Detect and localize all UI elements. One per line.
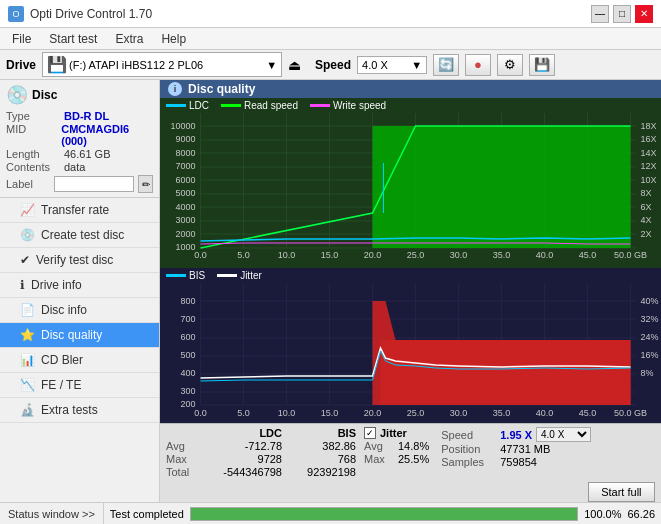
verify-test-disc-label: Verify test disc — [36, 253, 113, 267]
legend-ldc: LDC — [166, 100, 209, 111]
jitter-checkbox[interactable]: ✓ — [364, 427, 376, 439]
save-button[interactable]: 💾 — [529, 54, 555, 76]
quality-button[interactable]: ● — [465, 54, 491, 76]
drive-disk-icon: 💾 — [47, 55, 67, 74]
svg-text:10.0: 10.0 — [278, 250, 296, 260]
ldc-avg: -712.78 — [210, 440, 282, 452]
svg-text:800: 800 — [180, 296, 195, 306]
minimize-button[interactable]: — — [591, 5, 609, 23]
contents-key: Contents — [6, 161, 62, 173]
app-icon: O — [8, 6, 24, 22]
chart2-svg: 800 700 600 500 400 300 200 40% 32% 24% … — [160, 283, 661, 421]
svg-text:30.0: 30.0 — [450, 408, 468, 418]
type-key: Type — [6, 110, 62, 122]
menu-help[interactable]: Help — [153, 30, 194, 48]
sidebar-item-extra-tests[interactable]: 🔬 Extra tests — [0, 398, 159, 423]
svg-text:30.0: 30.0 — [450, 250, 468, 260]
drivebar: Drive 💾 (F:) ATAPI iHBS112 2 PL06 ▼ ⏏ Sp… — [0, 50, 661, 80]
bis-avg: 382.86 — [284, 440, 356, 452]
svg-text:25.0: 25.0 — [407, 408, 425, 418]
jitter-max-val: 25.5% — [398, 453, 429, 465]
disc-info-icon: 📄 — [20, 303, 35, 317]
label-key: Label — [6, 178, 50, 190]
drive-info-label: Drive info — [31, 278, 82, 292]
menubar: File Start test Extra Help — [0, 28, 661, 50]
svg-text:400: 400 — [180, 368, 195, 378]
ldc-col-header: LDC — [210, 427, 282, 439]
svg-text:15.0: 15.0 — [321, 408, 339, 418]
speed-stat-selector[interactable]: 4.0 X 2.0 X 8.0 X — [536, 427, 591, 442]
sidebar-item-cd-bler[interactable]: 📊 CD Bler — [0, 348, 159, 373]
svg-text:8X: 8X — [641, 188, 652, 198]
svg-text:10.0: 10.0 — [278, 408, 296, 418]
svg-text:32%: 32% — [641, 314, 659, 324]
jitter-label: Jitter — [380, 427, 407, 439]
menu-start-test[interactable]: Start test — [41, 30, 105, 48]
samples-val: 759854 — [500, 456, 537, 468]
svg-text:20.0: 20.0 — [364, 408, 382, 418]
svg-text:40.0: 40.0 — [536, 408, 554, 418]
svg-text:24%: 24% — [641, 332, 659, 342]
maximize-button[interactable]: □ — [613, 5, 631, 23]
speed-stat-val: 1.95 X — [500, 429, 532, 441]
label-row: Label ✏ — [6, 175, 153, 193]
svg-text:35.0: 35.0 — [493, 250, 511, 260]
sidebar-item-verify-test-disc[interactable]: ✔ Verify test disc — [0, 248, 159, 273]
sidebar-item-disc-quality[interactable]: ⭐ Disc quality — [0, 323, 159, 348]
sidebar-item-disc-info[interactable]: 📄 Disc info — [0, 298, 159, 323]
stats-area: LDC BIS Avg -712.78 382.86 Max 9728 768 — [160, 423, 661, 502]
settings-button[interactable]: ⚙ — [497, 54, 523, 76]
progress-bar — [190, 507, 578, 521]
refresh-button[interactable]: 🔄 — [433, 54, 459, 76]
menu-file[interactable]: File — [4, 30, 39, 48]
create-test-disc-label: Create test disc — [41, 228, 124, 242]
legend-bis-label: BIS — [189, 270, 205, 281]
svg-text:5.0: 5.0 — [237, 408, 250, 418]
svg-text:14X: 14X — [641, 148, 657, 158]
sidebar-item-fe-te[interactable]: 📉 FE / TE — [0, 373, 159, 398]
drive-label: Drive — [6, 58, 36, 72]
label-edit-button[interactable]: ✏ — [138, 175, 153, 193]
jitter-max-label: Max — [364, 453, 394, 465]
verify-test-disc-icon: ✔ — [20, 253, 30, 267]
drive-dropdown-icon: ▼ — [266, 59, 277, 71]
svg-text:1000: 1000 — [175, 242, 195, 252]
svg-text:16X: 16X — [641, 134, 657, 144]
status-extra-val: 66.26 — [627, 508, 655, 520]
svg-text:15.0: 15.0 — [321, 250, 339, 260]
svg-text:8000: 8000 — [175, 148, 195, 158]
speed-selector[interactable]: 4.0 X ▼ — [357, 56, 427, 74]
status-window-button[interactable]: Status window >> — [0, 503, 104, 524]
svg-text:6X: 6X — [641, 202, 652, 212]
sidebar-item-transfer-rate[interactable]: 📈 Transfer rate — [0, 198, 159, 223]
svg-text:9000: 9000 — [175, 134, 195, 144]
jitter-avg-val: 14.8% — [398, 440, 429, 452]
svg-text:0.0: 0.0 — [194, 250, 207, 260]
right-panel: i Disc quality LDC Read speed — [160, 80, 661, 502]
svg-text:0.0: 0.0 — [194, 408, 207, 418]
svg-text:4000: 4000 — [175, 202, 195, 212]
speed-label: Speed — [315, 58, 351, 72]
close-button[interactable]: ✕ — [635, 5, 653, 23]
bis-col-header: BIS — [284, 427, 356, 439]
legend-jitter-label: Jitter — [240, 270, 262, 281]
svg-text:5.0: 5.0 — [237, 250, 250, 260]
bis-max: 768 — [284, 453, 356, 465]
start-full-button[interactable]: Start full — [588, 482, 655, 502]
svg-text:20.0: 20.0 — [364, 250, 382, 260]
label-input[interactable] — [54, 176, 134, 192]
svg-text:35.0: 35.0 — [493, 408, 511, 418]
menu-extra[interactable]: Extra — [107, 30, 151, 48]
legend-jitter: Jitter — [217, 270, 262, 281]
avg-row-label: Avg — [166, 440, 208, 452]
length-val: 46.61 GB — [64, 148, 110, 160]
sidebar-item-create-test-disc[interactable]: 💿 Create test disc — [0, 223, 159, 248]
disc-quality-header: i Disc quality — [160, 80, 661, 98]
drive-selector[interactable]: 💾 (F:) ATAPI iHBS112 2 PL06 ▼ — [42, 52, 282, 77]
sidebar-item-drive-info[interactable]: ℹ Drive info — [0, 273, 159, 298]
fe-te-label: FE / TE — [41, 378, 81, 392]
svg-text:45.0: 45.0 — [579, 408, 597, 418]
svg-text:600: 600 — [180, 332, 195, 342]
eject-button[interactable]: ⏏ — [288, 57, 301, 73]
length-key: Length — [6, 148, 62, 160]
